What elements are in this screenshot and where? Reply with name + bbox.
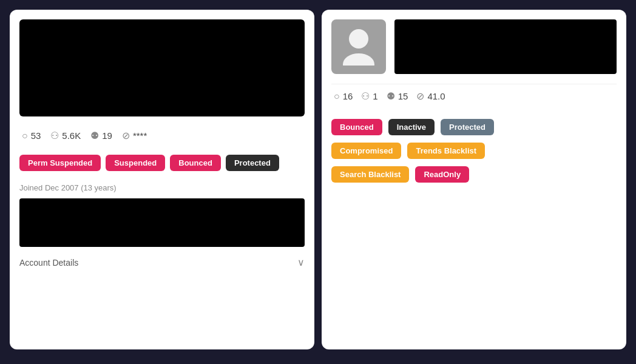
badge-trends-blacklist[interactable]: Trends Blacklist — [407, 143, 485, 159]
right-stat-following-value: 15 — [398, 91, 408, 101]
following-icon: ⚉ — [90, 130, 99, 141]
right-slash-icon: ⊘ — [416, 90, 424, 102]
stat-other-value: **** — [133, 130, 147, 141]
redacted-bio — [19, 198, 305, 247]
stat-comments: ○ 53 — [22, 130, 41, 141]
stat-other: ⊘ **** — [122, 130, 147, 141]
comment-icon: ○ — [22, 130, 28, 141]
right-comment-icon: ○ — [334, 91, 340, 102]
right-badges-section: Bounced Inactive Protected Compromised T… — [331, 119, 617, 183]
right-card-top — [331, 19, 617, 74]
right-badges-row2: Compromised Trends Blacklist — [331, 143, 617, 159]
badge-search-blacklist[interactable]: Search Blacklist — [331, 166, 409, 183]
badge-right-inactive[interactable]: Inactive — [388, 119, 435, 135]
right-stat-followers: ⚇ 1 — [361, 90, 377, 102]
right-stat-comments-value: 16 — [343, 91, 353, 101]
avatar-silhouette-icon — [337, 23, 380, 70]
badge-perm-suspended[interactable]: Perm Suspended — [19, 155, 101, 171]
right-stats-row: ○ 16 ⚇ 1 ⚉ 15 ⊘ 41.0 — [331, 84, 617, 110]
account-details-row[interactable]: Account Details ∨ — [19, 257, 305, 268]
avatar — [331, 19, 386, 74]
banner-image — [19, 19, 305, 116]
badge-readonly[interactable]: ReadOnly — [415, 166, 469, 183]
stat-followers: ⚇ 5.6K — [50, 130, 81, 141]
badge-compromised[interactable]: Compromised — [331, 143, 401, 159]
badge-right-bounced[interactable]: Bounced — [331, 119, 382, 135]
right-card: ○ 16 ⚇ 1 ⚉ 15 ⊘ 41.0 Bounced Inactive Pr… — [322, 10, 626, 349]
joined-text: Joined Dec 2007 (13 years) — [19, 183, 305, 192]
right-badges-row1: Bounced Inactive Protected — [331, 119, 617, 135]
svg-point-0 — [349, 29, 368, 49]
svg-point-1 — [343, 53, 374, 66]
badge-right-protected[interactable]: Protected — [441, 119, 494, 135]
right-stat-comments: ○ 16 — [334, 91, 353, 102]
badge-protected[interactable]: Protected — [226, 155, 279, 171]
stat-comments-value: 53 — [31, 130, 41, 141]
right-following-icon: ⚉ — [387, 90, 395, 102]
stat-following-value: 19 — [102, 130, 112, 141]
left-stats-row: ○ 53 ⚇ 5.6K ⚉ 19 ⊘ **** — [19, 125, 305, 146]
chevron-down-icon: ∨ — [297, 257, 305, 268]
account-details-label: Account Details — [19, 258, 78, 268]
badge-bounced[interactable]: Bounced — [170, 155, 221, 171]
right-followers-icon: ⚇ — [361, 90, 370, 102]
slash-icon: ⊘ — [122, 130, 130, 141]
stat-following: ⚉ 19 — [90, 130, 112, 141]
followers-icon: ⚇ — [50, 130, 59, 141]
stat-followers-value: 5.6K — [62, 130, 81, 141]
right-stat-other-value: 41.0 — [427, 91, 445, 101]
right-badges-row3: Search Blacklist ReadOnly — [331, 166, 617, 183]
left-badges-row: Perm Suspended Suspended Bounced Protect… — [19, 155, 305, 171]
right-stat-other: ⊘ 41.0 — [416, 90, 445, 102]
right-name-redacted — [394, 19, 617, 74]
right-stat-following: ⚉ 15 — [387, 90, 408, 102]
main-container: ○ 53 ⚇ 5.6K ⚉ 19 ⊘ **** Perm Suspended S… — [0, 0, 636, 364]
badge-suspended[interactable]: Suspended — [106, 155, 165, 171]
right-stat-followers-value: 1 — [373, 91, 377, 101]
left-card: ○ 53 ⚇ 5.6K ⚉ 19 ⊘ **** Perm Suspended S… — [10, 10, 314, 349]
